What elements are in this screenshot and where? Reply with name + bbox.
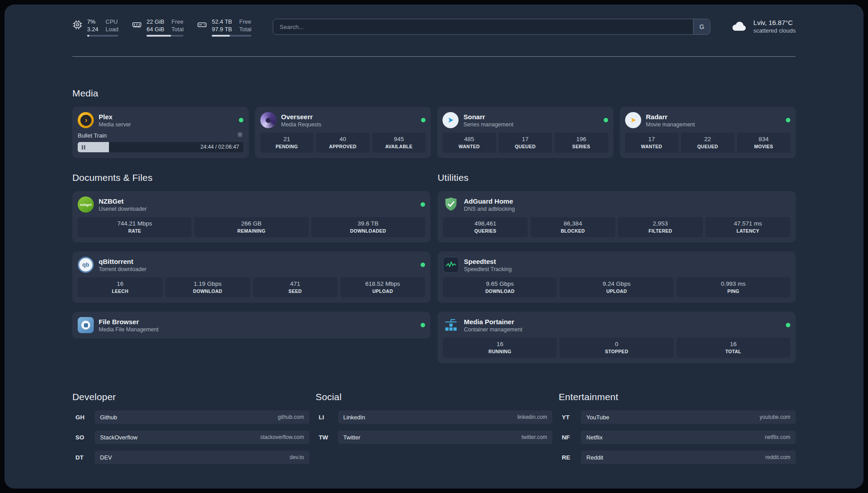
service-name: Speedtest [464, 257, 512, 266]
cpu-usage-bar [87, 35, 118, 37]
search-input[interactable] [273, 19, 693, 34]
bookmark-abbr: DT [72, 451, 95, 464]
top-bar: 7% 3.24 CPU Load [72, 18, 796, 37]
bookmark-name: Twitter [343, 434, 360, 441]
search-provider-button[interactable]: G [693, 19, 710, 34]
service-subtitle: Speedtest Tracking [464, 266, 512, 273]
status-dot [239, 118, 243, 122]
gear-icon[interactable] [237, 131, 243, 139]
weather-location: Lviv, 16.87°C [753, 18, 796, 27]
bookmark-name: YouTube [586, 414, 609, 421]
stat-tile: 16 RUNNING [443, 338, 557, 358]
stat-tile: 47.571 ms LATENCY [705, 217, 790, 237]
portainer-crane-icon [443, 317, 459, 333]
bookmark-name: DEV [100, 454, 112, 461]
bookmark-dev[interactable]: DT DEV dev.to [72, 451, 309, 464]
stat-tile: 0 STOPPED [559, 338, 673, 358]
now-playing-title: Bullet Train [78, 132, 107, 139]
service-card-filebrowser[interactable]: File Browser Media File Management [72, 312, 430, 338]
service-card-speedtest[interactable]: Speedtest Speedtest Tracking 9.65 Gbps D… [438, 251, 796, 303]
stat-label: RUNNING [445, 348, 555, 355]
stat-value: 47.571 ms [707, 220, 789, 228]
stat-value: 17 [627, 135, 677, 143]
bookmark-url: github.com [278, 414, 304, 420]
stat-label: WANTED [627, 143, 677, 150]
service-card-adguard[interactable]: AdGuard Home DNS and adblocking 498,461 … [438, 191, 796, 242]
stat-tile: 196 SERIES [555, 133, 608, 153]
sonarr-icon [442, 112, 459, 128]
bookmark-github[interactable]: GH Github github.com [72, 410, 309, 424]
service-subtitle: DNS and adblocking [464, 205, 515, 213]
section-title-media: Media [72, 88, 796, 99]
nzbget-icon: nzbget [78, 196, 94, 213]
bookmark-netflix[interactable]: NF Netflix netflix.com [559, 430, 796, 444]
bookmark-youtube[interactable]: YT YouTube youtube.com [559, 410, 796, 424]
service-card-overseerr[interactable]: Overseerr Media Requests 21 PENDING 40 A… [255, 107, 431, 158]
stat-tile: 21 PENDING [260, 133, 314, 153]
stat-value: 834 [739, 135, 789, 143]
bookmark-reddit[interactable]: RE Reddit reddit.com [559, 451, 796, 464]
stat-tile: 17 QUEUED [499, 133, 552, 153]
playback-time: 24:44 / 02:06:47 [200, 142, 239, 152]
bookmark-name: Github [100, 414, 117, 421]
stat-label: APPROVED [318, 143, 368, 150]
status-dot [421, 202, 425, 207]
cpu-labels: CPU Load [105, 18, 118, 33]
service-name: NZBGet [99, 197, 147, 205]
service-card-sonarr[interactable]: Sonarr Series management 485 WANTED 17 Q… [437, 107, 613, 158]
disk-widget: 52.4 TB 97.9 TB Free Total [197, 18, 251, 37]
service-card-plex[interactable]: › Plex Media server Bullet Train [72, 107, 249, 158]
dashboard-window: 7% 3.24 CPU Load [4, 4, 864, 489]
bookmark-name: Netflix [586, 434, 602, 441]
stat-tile: 9.65 Gbps DOWNLOAD [443, 277, 557, 297]
stat-value: 2,953 [620, 220, 701, 228]
service-card-qbittorrent[interactable]: qb qBittorrent Torrent downloader 16 [72, 251, 430, 303]
stat-tile: 16 TOTAL [676, 338, 790, 358]
stat-value: 21 [262, 135, 312, 143]
stat-value: 266 GB [196, 220, 306, 228]
stat-value: 471 [255, 280, 336, 288]
service-card-nzbget[interactable]: nzbget NZBGet Usenet downloader 744.21 M… [72, 191, 430, 242]
search-bar: G [273, 19, 710, 35]
stat-label: LATENCY [707, 228, 789, 234]
header-divider [72, 56, 796, 57]
bookmark-abbr: LI [316, 410, 338, 424]
bookmark-abbr: SO [72, 430, 95, 444]
stat-label: UPLOAD [561, 288, 672, 294]
stat-label: DOWNLOAD [445, 288, 555, 294]
service-card-radarr[interactable]: Radarr Movie management 17 WANTED 22 QUE… [620, 107, 796, 158]
stat-value: 9.24 Gbps [561, 280, 672, 288]
stat-value: 744.21 Mbps [79, 220, 190, 228]
stat-label: PING [678, 288, 789, 294]
bookmark-abbr: NF [559, 430, 581, 444]
bookmark-url: youtube.com [760, 414, 790, 420]
stat-tile: 40 APPROVED [316, 133, 370, 153]
cpu-chip-icon [72, 20, 83, 37]
stat-label: DOWNLOAD [167, 288, 248, 294]
status-dot [786, 118, 790, 122]
memory-usage-bar [146, 35, 184, 37]
stat-label: DOWNLOADED [313, 228, 423, 234]
bookmark-linkedin[interactable]: LI LinkedIn linkedin.com [316, 410, 553, 424]
filebrowser-icon [78, 317, 94, 333]
service-subtitle: Series management [463, 121, 513, 128]
stat-value: 16 [79, 280, 161, 288]
disk-labels: Free Total [239, 18, 251, 33]
stat-label: LEECH [79, 288, 161, 294]
stat-value: 618.52 Mbps [342, 280, 423, 288]
pause-icon[interactable] [82, 145, 85, 150]
cpu-values: 7% 3.24 [87, 18, 98, 33]
service-subtitle: Torrent downloader [99, 266, 146, 273]
section-title-developer: Developer [72, 392, 309, 402]
weather-widget: Lviv, 16.87°C scattered clouds [730, 18, 796, 34]
stat-tile: 1.19 Gbps DOWNLOAD [165, 277, 250, 297]
memory-icon [132, 20, 142, 37]
stat-tile: 485 WANTED [442, 133, 496, 153]
service-card-portainer[interactable]: Media Portainer Container management 16 … [438, 312, 796, 363]
adguard-shield-icon [443, 196, 459, 213]
service-subtitle: Media server [99, 121, 131, 128]
bookmark-twitter[interactable]: TW Twitter twitter.com [316, 430, 553, 444]
playback-progress-bar[interactable]: 24:44 / 02:06:47 [78, 142, 243, 152]
service-name: Radarr [646, 113, 695, 121]
bookmark-stackoverflow[interactable]: SO StackOverflow stackoverflow.com [72, 430, 309, 444]
